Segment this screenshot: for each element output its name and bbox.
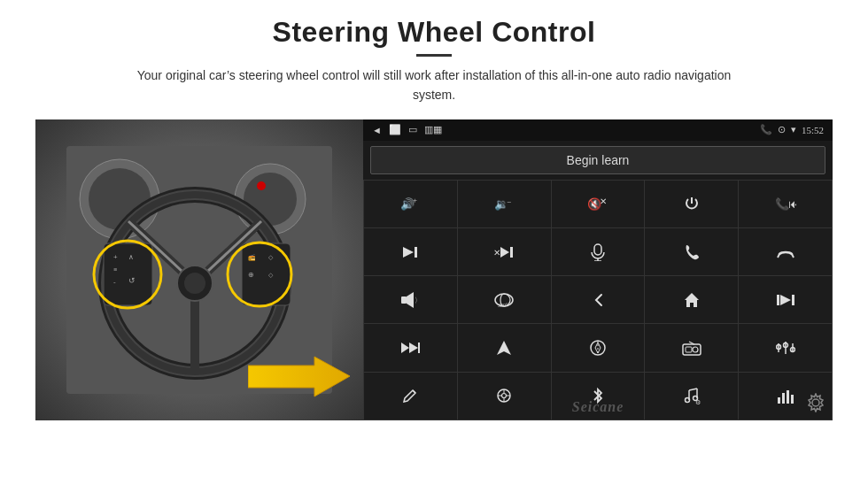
status-left: ◄ ⬜ ▭ ▥▦ xyxy=(372,124,442,135)
icon-edit[interactable] xyxy=(364,373,457,420)
icon-vol-up[interactable]: 🔊+ xyxy=(364,181,457,227)
wifi-icon: ▾ xyxy=(791,124,796,135)
svg-point-75 xyxy=(502,394,507,398)
svg-text:360°: 360° xyxy=(498,303,508,308)
svg-marker-57 xyxy=(409,343,418,353)
svg-marker-52 xyxy=(685,293,699,307)
icon-navigate[interactable] xyxy=(458,324,551,371)
icon-skip[interactable]: ✕ xyxy=(458,228,551,275)
svg-point-5 xyxy=(257,181,266,190)
arrow xyxy=(248,352,354,404)
icon-speaker[interactable]: 〉 xyxy=(364,276,457,323)
svg-rect-38 xyxy=(415,247,417,258)
svg-text:⏮: ⏮ xyxy=(788,197,796,211)
svg-line-45 xyxy=(778,254,779,258)
svg-text:+: + xyxy=(113,253,118,261)
icon-vol-down[interactable]: 🔉− xyxy=(458,181,551,227)
signal-icon: ▥▦ xyxy=(424,124,442,135)
begin-learn-row: Begin learn xyxy=(363,141,833,180)
svg-point-64 xyxy=(693,347,698,352)
svg-line-46 xyxy=(792,254,794,258)
icon-eq[interactable] xyxy=(552,324,645,371)
begin-learn-button[interactable]: Begin learn xyxy=(370,146,825,174)
location-icon: ⊙ xyxy=(778,124,786,135)
svg-rect-58 xyxy=(418,343,420,353)
icon-grid: 🔊+ 🔉− 🔇✕ 📞 ⏮ xyxy=(363,180,833,420)
icon-home[interactable] xyxy=(645,276,738,323)
svg-text:⊕: ⊕ xyxy=(248,271,254,279)
car-image-area: + ≡ - ∧ ↺ 📻 ⊕ ◇ ◇ xyxy=(35,119,363,420)
svg-text:↺: ↺ xyxy=(128,276,136,285)
home-nav-icon[interactable]: ⬜ xyxy=(389,124,401,135)
svg-line-80 xyxy=(689,389,697,390)
window-icon[interactable]: ▭ xyxy=(408,124,417,135)
svg-rect-47 xyxy=(401,296,407,304)
phone-icon: 📞 xyxy=(760,124,772,135)
svg-marker-48 xyxy=(407,292,414,308)
icon-music[interactable]: ⚙ xyxy=(645,373,738,420)
svg-marker-37 xyxy=(403,247,414,258)
svg-text:∧: ∧ xyxy=(128,253,134,261)
page-container: Steering Wheel Control Your original car… xyxy=(0,0,868,485)
svg-line-73 xyxy=(413,390,415,393)
icon-mic[interactable] xyxy=(552,228,645,275)
svg-text:−: − xyxy=(507,197,511,206)
svg-marker-56 xyxy=(401,343,409,353)
page-title: Steering Wheel Control xyxy=(273,16,596,49)
svg-text:📻: 📻 xyxy=(248,253,256,261)
title-divider xyxy=(416,54,452,57)
icon-phone-call[interactable] xyxy=(645,228,738,275)
ui-panel: ◄ ⬜ ▭ ▥▦ 📞 ⊙ ▾ 15:52 Begin learn xyxy=(363,119,833,420)
svg-point-83 xyxy=(685,398,689,403)
svg-rect-41 xyxy=(510,247,513,258)
icon-equalizer[interactable] xyxy=(739,324,832,371)
svg-text:✕: ✕ xyxy=(493,248,500,258)
svg-marker-54 xyxy=(780,295,791,305)
svg-text:✕: ✕ xyxy=(600,196,607,206)
svg-point-90 xyxy=(812,399,819,406)
icon-prev-track-2[interactable] xyxy=(739,276,832,323)
svg-text:-: - xyxy=(113,278,116,286)
svg-rect-42 xyxy=(594,244,601,255)
svg-point-15 xyxy=(184,273,205,294)
status-right: 📞 ⊙ ▾ 15:52 xyxy=(760,124,824,135)
time-display: 15:52 xyxy=(802,125,824,135)
icon-hang-up[interactable] xyxy=(739,228,832,275)
svg-rect-86 xyxy=(778,397,780,404)
status-bar: ◄ ⬜ ▭ ▥▦ 📞 ⊙ ▾ 15:52 xyxy=(363,119,833,141)
icon-bluetooth[interactable] xyxy=(552,373,645,420)
icon-fast-forward[interactable] xyxy=(364,324,457,371)
icon-phone-prev[interactable]: 📞 ⏮ xyxy=(739,181,832,227)
subtitle-text: Your original car’s steering wheel contr… xyxy=(124,65,744,105)
svg-text:+: + xyxy=(413,196,417,204)
svg-marker-59 xyxy=(497,341,511,355)
icon-mute[interactable]: 🔇✕ xyxy=(552,181,645,227)
svg-rect-53 xyxy=(777,295,779,305)
icon-power[interactable] xyxy=(645,181,738,227)
icon-back[interactable] xyxy=(552,276,645,323)
icon-radio[interactable] xyxy=(645,324,738,371)
svg-rect-87 xyxy=(782,393,785,404)
icon-menu[interactable] xyxy=(458,373,551,420)
svg-marker-40 xyxy=(500,247,509,258)
content-row: + ≡ - ∧ ↺ 📻 ⊕ ◇ ◇ xyxy=(35,119,833,420)
icon-next-track[interactable] xyxy=(364,228,457,275)
svg-rect-65 xyxy=(686,347,692,352)
svg-text:≡: ≡ xyxy=(113,266,117,273)
svg-text:〉: 〉 xyxy=(415,296,420,304)
car-background: + ≡ - ∧ ↺ 📻 ⊕ ◇ ◇ xyxy=(35,119,363,420)
icon-360-view[interactable]: 360° xyxy=(458,276,551,323)
svg-text:⚙: ⚙ xyxy=(695,399,701,404)
svg-rect-55 xyxy=(792,295,794,305)
gear-icon[interactable] xyxy=(806,393,825,417)
back-icon[interactable]: ◄ xyxy=(372,125,382,135)
svg-rect-89 xyxy=(791,395,794,404)
svg-rect-88 xyxy=(787,390,789,404)
